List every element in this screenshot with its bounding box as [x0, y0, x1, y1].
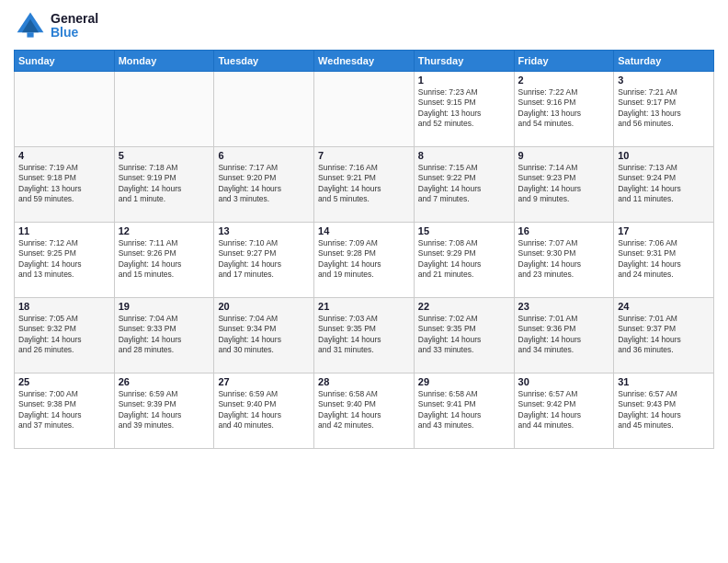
day-info: Sunrise: 7:04 AM Sunset: 9:34 PM Dayligh… [218, 314, 310, 356]
day-info: Sunrise: 7:06 AM Sunset: 9:31 PM Dayligh… [618, 238, 710, 281]
logo: General Blue [14, 9, 98, 42]
weekday-header-wednesday: Wednesday [314, 51, 415, 72]
day-cell: 19Sunrise: 7:04 AM Sunset: 9:33 PM Dayli… [114, 298, 214, 373]
day-cell: 26Sunrise: 6:59 AM Sunset: 9:39 PM Dayli… [114, 373, 214, 449]
day-cell: 8Sunrise: 7:15 AM Sunset: 9:22 PM Daylig… [414, 147, 514, 223]
day-cell: 2Sunrise: 7:22 AM Sunset: 9:16 PM Daylig… [514, 72, 614, 147]
day-info: Sunrise: 7:00 AM Sunset: 9:38 PM Dayligh… [18, 389, 110, 431]
day-number: 12 [119, 225, 210, 236]
day-info: Sunrise: 7:21 AM Sunset: 9:17 PM Dayligh… [618, 87, 710, 130]
page: General Blue SundayMondayTuesdayWednesda… [0, 0, 728, 563]
svg-rect-2 [27, 32, 33, 37]
weekday-header-saturday: Saturday [614, 51, 714, 72]
day-number: 22 [418, 301, 510, 312]
weekday-header-thursday: Thursday [414, 51, 514, 72]
week-row-4: 18Sunrise: 7:05 AM Sunset: 9:32 PM Dayli… [15, 298, 714, 373]
day-info: Sunrise: 6:59 AM Sunset: 9:39 PM Dayligh… [119, 389, 210, 431]
week-row-5: 25Sunrise: 7:00 AM Sunset: 9:38 PM Dayli… [15, 373, 714, 449]
day-number: 21 [318, 301, 410, 312]
day-cell: 17Sunrise: 7:06 AM Sunset: 9:31 PM Dayli… [614, 223, 714, 298]
day-number: 29 [418, 376, 510, 387]
week-row-3: 11Sunrise: 7:12 AM Sunset: 9:25 PM Dayli… [15, 223, 714, 298]
day-number: 5 [119, 150, 210, 161]
day-number: 27 [218, 376, 310, 387]
day-cell [314, 72, 415, 147]
day-info: Sunrise: 7:19 AM Sunset: 9:18 PM Dayligh… [18, 163, 110, 205]
day-cell: 29Sunrise: 6:58 AM Sunset: 9:41 PM Dayli… [414, 373, 514, 449]
day-number: 7 [318, 150, 410, 161]
day-number: 17 [618, 225, 710, 236]
day-cell: 22Sunrise: 7:02 AM Sunset: 9:35 PM Dayli… [414, 298, 514, 373]
day-cell: 18Sunrise: 7:05 AM Sunset: 9:32 PM Dayli… [15, 298, 115, 373]
day-number: 13 [218, 225, 310, 236]
day-info: Sunrise: 7:12 AM Sunset: 9:25 PM Dayligh… [18, 238, 110, 281]
day-number: 24 [618, 301, 710, 312]
day-cell: 12Sunrise: 7:11 AM Sunset: 9:26 PM Dayli… [114, 223, 214, 298]
day-cell: 3Sunrise: 7:21 AM Sunset: 9:17 PM Daylig… [614, 72, 714, 147]
day-info: Sunrise: 7:16 AM Sunset: 9:21 PM Dayligh… [318, 163, 410, 205]
day-cell: 25Sunrise: 7:00 AM Sunset: 9:38 PM Dayli… [15, 373, 115, 449]
day-number: 19 [119, 301, 210, 312]
day-number: 23 [518, 301, 610, 312]
day-number: 16 [518, 225, 610, 236]
day-number: 10 [618, 150, 710, 161]
day-cell: 4Sunrise: 7:19 AM Sunset: 9:18 PM Daylig… [15, 147, 115, 223]
day-number: 31 [618, 376, 710, 387]
day-number: 15 [418, 225, 510, 236]
day-info: Sunrise: 7:01 AM Sunset: 9:37 PM Dayligh… [618, 314, 710, 356]
day-number: 6 [218, 150, 310, 161]
day-cell: 16Sunrise: 7:07 AM Sunset: 9:30 PM Dayli… [514, 223, 614, 298]
day-info: Sunrise: 7:10 AM Sunset: 9:27 PM Dayligh… [218, 238, 310, 281]
day-cell: 11Sunrise: 7:12 AM Sunset: 9:25 PM Dayli… [15, 223, 115, 298]
day-cell: 20Sunrise: 7:04 AM Sunset: 9:34 PM Dayli… [214, 298, 314, 373]
day-number: 4 [18, 150, 110, 161]
day-cell: 23Sunrise: 7:01 AM Sunset: 9:36 PM Dayli… [514, 298, 614, 373]
day-number: 8 [418, 150, 510, 161]
day-cell: 10Sunrise: 7:13 AM Sunset: 9:24 PM Dayli… [614, 147, 714, 223]
day-cell: 31Sunrise: 6:57 AM Sunset: 9:43 PM Dayli… [614, 373, 714, 449]
day-cell: 9Sunrise: 7:14 AM Sunset: 9:23 PM Daylig… [514, 147, 614, 223]
day-cell: 5Sunrise: 7:18 AM Sunset: 9:19 PM Daylig… [114, 147, 214, 223]
day-info: Sunrise: 7:13 AM Sunset: 9:24 PM Dayligh… [618, 163, 710, 205]
day-info: Sunrise: 6:58 AM Sunset: 9:41 PM Dayligh… [418, 389, 510, 431]
day-number: 25 [18, 376, 110, 387]
day-info: Sunrise: 6:59 AM Sunset: 9:40 PM Dayligh… [218, 389, 310, 431]
day-cell: 24Sunrise: 7:01 AM Sunset: 9:37 PM Dayli… [614, 298, 714, 373]
day-info: Sunrise: 7:14 AM Sunset: 9:23 PM Dayligh… [518, 163, 610, 205]
logo-icon [14, 9, 47, 42]
day-info: Sunrise: 7:05 AM Sunset: 9:32 PM Dayligh… [18, 314, 110, 356]
week-row-2: 4Sunrise: 7:19 AM Sunset: 9:18 PM Daylig… [15, 147, 714, 223]
week-row-1: 1Sunrise: 7:23 AM Sunset: 9:15 PM Daylig… [15, 72, 714, 147]
day-info: Sunrise: 7:02 AM Sunset: 9:35 PM Dayligh… [418, 314, 510, 356]
day-info: Sunrise: 7:09 AM Sunset: 9:28 PM Dayligh… [318, 238, 410, 281]
day-cell [214, 72, 314, 147]
day-info: Sunrise: 6:57 AM Sunset: 9:42 PM Dayligh… [518, 389, 610, 431]
day-info: Sunrise: 7:17 AM Sunset: 9:20 PM Dayligh… [218, 163, 310, 205]
day-number: 20 [218, 301, 310, 312]
weekday-header-friday: Friday [514, 51, 614, 72]
day-info: Sunrise: 6:57 AM Sunset: 9:43 PM Dayligh… [618, 389, 710, 431]
day-number: 26 [119, 376, 210, 387]
calendar-table: SundayMondayTuesdayWednesdayThursdayFrid… [14, 50, 714, 449]
day-number: 28 [318, 376, 410, 387]
weekday-header-tuesday: Tuesday [214, 51, 314, 72]
day-number: 11 [18, 225, 110, 236]
day-number: 2 [518, 75, 610, 86]
day-cell: 15Sunrise: 7:08 AM Sunset: 9:29 PM Dayli… [414, 223, 514, 298]
day-number: 14 [318, 225, 410, 236]
day-cell: 14Sunrise: 7:09 AM Sunset: 9:28 PM Dayli… [314, 223, 415, 298]
day-info: Sunrise: 7:01 AM Sunset: 9:36 PM Dayligh… [518, 314, 610, 356]
day-info: Sunrise: 7:03 AM Sunset: 9:35 PM Dayligh… [318, 314, 410, 356]
weekday-header-monday: Monday [114, 51, 214, 72]
logo-text: General Blue [51, 12, 98, 40]
day-cell [15, 72, 115, 147]
day-info: Sunrise: 7:04 AM Sunset: 9:33 PM Dayligh… [119, 314, 210, 356]
day-info: Sunrise: 7:18 AM Sunset: 9:19 PM Dayligh… [119, 163, 210, 205]
day-info: Sunrise: 7:15 AM Sunset: 9:22 PM Dayligh… [418, 163, 510, 205]
day-cell: 21Sunrise: 7:03 AM Sunset: 9:35 PM Dayli… [314, 298, 415, 373]
day-cell: 28Sunrise: 6:58 AM Sunset: 9:40 PM Dayli… [314, 373, 415, 449]
day-cell: 6Sunrise: 7:17 AM Sunset: 9:20 PM Daylig… [214, 147, 314, 223]
day-cell: 30Sunrise: 6:57 AM Sunset: 9:42 PM Dayli… [514, 373, 614, 449]
day-cell [114, 72, 214, 147]
day-cell: 7Sunrise: 7:16 AM Sunset: 9:21 PM Daylig… [314, 147, 415, 223]
